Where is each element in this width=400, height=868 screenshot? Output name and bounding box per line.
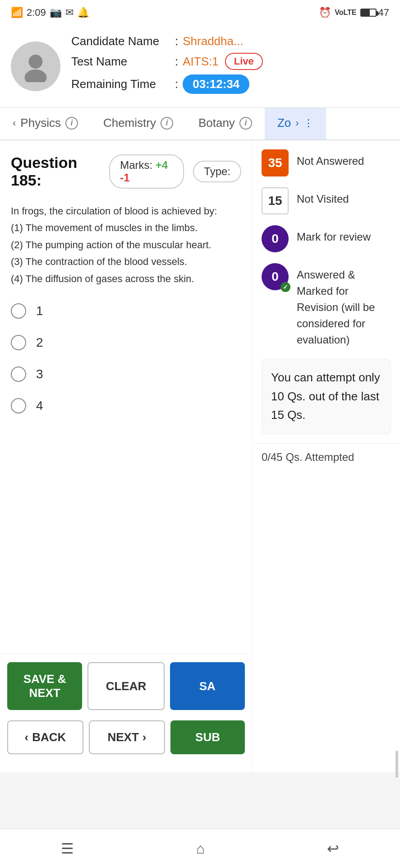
back-label: BACK — [32, 730, 66, 744]
sep3: : — [175, 77, 178, 91]
right-panel: 35 Not Answered 15 Not Visited 0 Mark fo… — [253, 140, 400, 772]
nav-buttons: ‹ BACK NEXT › SUB — [0, 720, 252, 754]
attempt-count: 0/45 Qs. Attempted — [253, 443, 400, 471]
option-3[interactable]: 3 — [11, 367, 241, 382]
remaining-time: 03:12:34 — [183, 74, 249, 94]
clear-button[interactable]: CLEAR — [87, 662, 164, 710]
question-line5: (4) The diffusion of gases across the sk… — [11, 270, 241, 287]
battery-display: 47 — [360, 7, 389, 19]
avatar-icon — [20, 51, 51, 82]
physics-label: Physics — [20, 116, 61, 130]
option-1-label: 1 — [36, 304, 43, 318]
legend-not-answered: 35 Not Answered — [262, 149, 391, 176]
zoology-label: Zo — [277, 116, 291, 130]
option-2[interactable]: 2 — [11, 335, 241, 350]
marks-positive: +4 — [156, 159, 168, 171]
main-layout: Question 185: Marks: +4 -1 Type: In frog… — [0, 140, 400, 772]
legend-items: 35 Not Answered 15 Not Visited 0 Mark fo… — [253, 140, 400, 348]
submit-button[interactable]: SUB — [170, 720, 245, 754]
marks-badge: Marks: +4 -1 — [109, 154, 184, 189]
photo-icon: 📷 — [50, 7, 62, 19]
status-bar: 📶 2:09 📷 ✉ 🔔 ⏰ VoLTE 47 — [0, 0, 400, 25]
radio-3[interactable] — [11, 367, 26, 382]
candidate-row: Candidate Name : Shraddha... — [71, 34, 389, 48]
option-1[interactable]: 1 — [11, 303, 241, 319]
menu-icon[interactable]: ☰ — [47, 836, 87, 861]
tab-more-icon: › — [295, 117, 299, 129]
back-button[interactable]: ‹ BACK — [7, 720, 83, 754]
test-label: Test Name — [71, 55, 170, 69]
signal-icon: 📶 — [11, 7, 23, 19]
physics-info-icon[interactable]: i — [65, 117, 78, 130]
legend-not-visited: 15 Not Visited — [262, 187, 391, 214]
option-4-label: 4 — [36, 399, 43, 413]
subject-tabs: ‹ Physics i Chemistry i Botany i Zo › ⋮ — [0, 108, 400, 140]
botany-info-icon[interactable]: i — [239, 117, 252, 130]
marks-label: Marks: — [120, 159, 152, 171]
next-button[interactable]: NEXT › — [89, 720, 165, 754]
time-label: Remaining Time — [71, 77, 170, 91]
back-nav-icon[interactable]: ↩ — [313, 836, 353, 861]
candidate-name: Shraddha... — [183, 34, 243, 48]
next-arrow-icon: › — [143, 730, 147, 744]
notification-icon: 🔔 — [77, 7, 89, 19]
question-line4: (3) The contraction of the blood vessels… — [11, 253, 241, 270]
time-display: 2:09 — [27, 7, 46, 19]
tab-overflow-icon: ⋮ — [303, 117, 313, 129]
header: Candidate Name : Shraddha... Test Name :… — [0, 25, 400, 108]
legend-mark-review: 0 Mark for review — [262, 225, 391, 252]
save-next-button[interactable]: SAVE & NEXT — [7, 662, 82, 710]
chemistry-label: Chemistry — [103, 116, 156, 130]
lte-icon: VoLTE — [335, 9, 356, 17]
sep2: : — [175, 55, 178, 69]
status-right: ⏰ VoLTE 47 — [319, 7, 389, 19]
header-info: Candidate Name : Shraddha... Test Name :… — [71, 34, 389, 98]
question-line1: In frogs, the circulation of blood is ac… — [11, 203, 241, 219]
attempt-text: 0/45 Qs. Attempted — [262, 451, 354, 463]
candidate-label: Candidate Name — [71, 34, 170, 48]
tab-botany[interactable]: Botany i — [186, 108, 265, 139]
mark-review-badge: 0 — [262, 225, 289, 252]
test-name: AITS:1 — [183, 55, 218, 69]
question-text: In frogs, the circulation of blood is ac… — [11, 203, 241, 287]
next-label: NEXT — [107, 730, 138, 744]
tab-chemistry[interactable]: Chemistry i — [91, 108, 186, 139]
options-list: 1 2 3 4 — [11, 303, 241, 413]
not-answered-label: Not Answered — [297, 149, 364, 169]
not-visited-label: Not Visited — [297, 187, 349, 207]
info-box-text: You can attempt only 10 Qs. out of the l… — [271, 368, 382, 425]
alarm-icon: ⏰ — [319, 7, 331, 19]
type-badge: Type: — [193, 161, 241, 182]
question-line2: (1) The movement of muscles in the limbs… — [11, 219, 241, 236]
legend-answered-marked: 0 Answered & Marked for Revision (will b… — [262, 263, 391, 348]
question-title: Question 185: — [11, 154, 100, 189]
tab-physics[interactable]: ‹ Physics i — [0, 108, 91, 139]
radio-2[interactable] — [11, 335, 26, 350]
status-left: 📶 2:09 📷 ✉ 🔔 — [11, 7, 89, 19]
test-row: Test Name : AITS:1 Live — [71, 53, 389, 70]
mark-review-label: Mark for review — [297, 225, 371, 245]
tab-back-arrow: ‹ — [13, 117, 16, 129]
marks-negative: -1 — [120, 172, 129, 184]
option-2-label: 2 — [36, 335, 43, 350]
question-line3: (2) The pumping action of the muscular h… — [11, 237, 241, 253]
question-header: Question 185: Marks: +4 -1 Type: — [11, 154, 241, 189]
left-panel: Question 185: Marks: +4 -1 Type: In frog… — [0, 140, 253, 772]
type-label: Type: — [204, 165, 230, 177]
radio-1[interactable] — [11, 303, 26, 319]
live-badge: Live — [225, 53, 263, 70]
info-box: You can attempt only 10 Qs. out of the l… — [262, 359, 391, 434]
option-4[interactable]: 4 — [11, 398, 241, 413]
home-icon[interactable]: ⌂ — [183, 837, 218, 861]
answered-marked-badge: 0 — [262, 263, 289, 290]
save-button[interactable]: SA — [170, 662, 245, 710]
mail-icon: ✉ — [65, 7, 74, 19]
not-visited-badge: 15 — [262, 187, 289, 214]
action-buttons: SAVE & NEXT CLEAR SA — [0, 654, 252, 718]
avatar — [11, 42, 60, 91]
radio-4[interactable] — [11, 398, 26, 413]
answered-marked-label: Answered & Marked for Revision (will be … — [297, 263, 391, 348]
chemistry-info-icon[interactable]: i — [161, 117, 173, 130]
tab-zoology[interactable]: Zo › ⋮ — [265, 108, 326, 139]
not-answered-badge: 35 — [262, 149, 289, 176]
